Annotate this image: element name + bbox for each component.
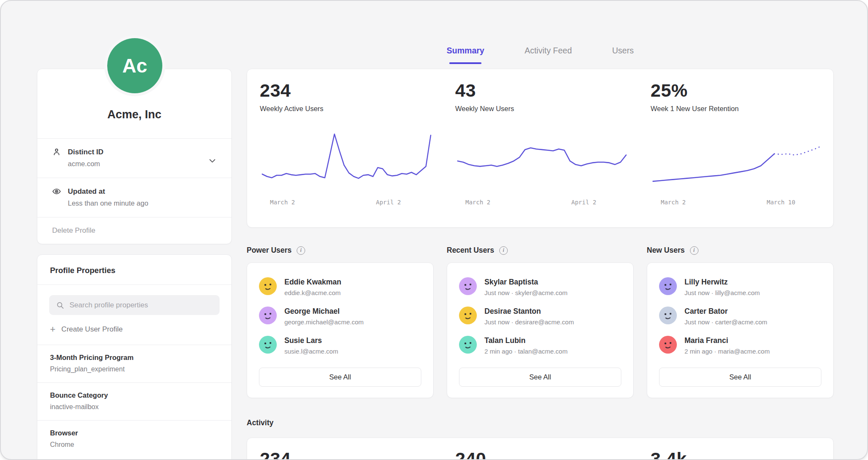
user-detail: Just now · skyler@acme.com xyxy=(484,289,568,296)
stat-label: Week 1 New User Retention xyxy=(651,105,824,113)
week1-retention-chart xyxy=(651,125,824,195)
property-row[interactable]: Browser Chrome xyxy=(37,421,231,458)
user-row[interactable]: Lilly HerwitzJust now · lilly@acme.com xyxy=(659,277,821,296)
field-value: Less than one minute ago xyxy=(68,199,217,207)
stat-label: Weekly New Users xyxy=(455,105,629,113)
user-row[interactable]: Carter BatorJust now · carter@acme.com xyxy=(659,307,821,326)
property-value: inactive-mailbox xyxy=(50,403,219,411)
user-row[interactable]: George Michaelgeorge.michael@acme.com xyxy=(259,307,421,326)
activity-stat: 234 xyxy=(247,438,442,460)
user-list: Skylar BaptistaJust now · skyler@acme.co… xyxy=(459,277,621,355)
stat-label: Weekly Active Users xyxy=(260,105,433,113)
chevron-down-icon[interactable] xyxy=(208,156,217,165)
stat-value: 234 xyxy=(260,80,433,101)
info-icon[interactable]: i xyxy=(690,246,698,255)
user-name: Skylar Baptista xyxy=(484,277,568,287)
user-row[interactable]: Susie Larssusie.l@acme.com xyxy=(259,336,421,355)
summary-card: 234 Weekly Active Users March 2 April 2 … xyxy=(247,69,834,228)
user-avatar xyxy=(659,277,677,295)
recent-users-card: Skylar BaptistaJust now · skyler@acme.co… xyxy=(447,262,634,398)
profile-properties-title: Profile Properties xyxy=(37,255,231,284)
plus-icon: + xyxy=(50,326,56,333)
user-detail: Just now · lilly@acme.com xyxy=(684,289,760,296)
x-tick: March 10 xyxy=(767,199,795,206)
user-detail: susie.l@acme.com xyxy=(284,348,338,355)
section-title: New Users xyxy=(647,246,685,255)
stat-value: 3.4k xyxy=(651,449,824,460)
x-tick: April 2 xyxy=(571,199,596,206)
tab-bar: Summary Activity Feed Users xyxy=(247,46,834,64)
user-row[interactable]: Eddie Kwakmaneddie.k@acme.com xyxy=(259,277,421,296)
tab-users[interactable]: Users xyxy=(612,46,634,64)
user-detail: eddie.k@acme.com xyxy=(284,289,341,296)
divider xyxy=(37,284,231,285)
app-window: Ac Acme, Inc Distinct ID acme.com Update… xyxy=(0,0,868,460)
activity-card: 234 240 3.4k xyxy=(247,438,834,460)
tab-activity-feed[interactable]: Activity Feed xyxy=(525,46,572,64)
see-all-button[interactable]: See All xyxy=(659,368,821,387)
search-icon xyxy=(56,301,64,309)
power-users-card: Eddie Kwakmaneddie.k@acme.comGeorge Mich… xyxy=(247,262,434,398)
user-row[interactable]: Desirae StantonJust now · desirare@acme.… xyxy=(459,307,621,326)
user-name: Eddie Kwakman xyxy=(284,277,341,287)
search-input[interactable] xyxy=(70,301,213,309)
user-name: Desirae Stanton xyxy=(484,307,574,316)
user-avatar xyxy=(459,277,477,295)
see-all-button[interactable]: See All xyxy=(259,368,421,387)
property-value: Pricing_plan_experiment xyxy=(50,365,219,373)
tab-summary[interactable]: Summary xyxy=(447,46,484,64)
property-label: Bounce Category xyxy=(50,391,219,399)
stat-value: 234 xyxy=(260,449,433,460)
updated-at-row: Updated at Less than one minute ago xyxy=(37,178,231,217)
create-user-profile-button[interactable]: + Create User Profile xyxy=(37,315,231,345)
profile-properties-card: Profile Properties + Create User Profile… xyxy=(37,254,232,460)
user-name: Talan Lubin xyxy=(484,336,568,345)
user-avatar xyxy=(459,336,477,354)
see-all-button[interactable]: See All xyxy=(459,368,621,387)
property-row[interactable]: 3-Month Pricing Program Pricing_plan_exp… xyxy=(37,345,231,382)
profile-properties-search[interactable] xyxy=(49,295,220,315)
user-row[interactable]: Maria Franci2 min ago · maria@acme.com xyxy=(659,336,821,355)
user-name: Lilly Herwitz xyxy=(684,277,760,287)
weekly-active-users-chart xyxy=(260,125,433,195)
activity-stat: 3.4k xyxy=(638,438,833,460)
create-user-profile-label: Create User Profile xyxy=(61,325,123,334)
x-tick: March 2 xyxy=(661,199,686,206)
property-row[interactable]: Bounce Category inactive-mailbox xyxy=(37,383,231,420)
info-icon[interactable]: i xyxy=(499,246,508,255)
user-name: George Michael xyxy=(284,307,364,316)
x-tick: April 2 xyxy=(376,199,401,206)
stat-value: 25% xyxy=(651,80,824,101)
profile-card: Acme, Inc Distinct ID acme.com Updated a… xyxy=(37,69,232,244)
user-name: Maria Franci xyxy=(684,336,770,345)
x-axis: March 2 April 2 xyxy=(455,199,629,208)
info-icon[interactable]: i xyxy=(297,246,305,255)
activity-title: Activity xyxy=(247,418,273,427)
distinct-id-row[interactable]: Distinct ID acme.com xyxy=(37,139,231,178)
stat-value: 240 xyxy=(455,449,629,460)
section-title: Recent Users xyxy=(447,246,494,255)
user-avatar xyxy=(259,277,277,295)
field-value: acme.com xyxy=(68,160,217,168)
x-axis: March 2 March 10 xyxy=(651,199,824,208)
property-label: Browser xyxy=(50,429,219,437)
user-list: Eddie Kwakmaneddie.k@acme.comGeorge Mich… xyxy=(259,277,421,355)
activity-stat: 240 xyxy=(442,438,638,460)
user-row[interactable]: Skylar BaptistaJust now · skyler@acme.co… xyxy=(459,277,621,296)
field-label: Updated at xyxy=(68,187,105,196)
weekly-new-users-chart xyxy=(455,125,629,195)
user-avatar xyxy=(659,307,677,324)
user-avatar xyxy=(259,336,277,354)
delete-profile-button[interactable]: Delete Profile xyxy=(37,217,231,244)
user-detail: george.michael@acme.com xyxy=(284,318,364,326)
user-list: Lilly HerwitzJust now · lilly@acme.comCa… xyxy=(659,277,821,355)
section-title: Power Users xyxy=(247,246,292,255)
user-row[interactable]: Talan Lubin2 min ago · talan@acme.com xyxy=(459,336,621,355)
user-avatar xyxy=(259,307,277,324)
stat-weekly-new-users: 43 Weekly New Users March 2 April 2 xyxy=(442,69,638,227)
company-avatar: Ac xyxy=(107,38,162,93)
user-avatar xyxy=(459,307,477,324)
user-avatar xyxy=(659,336,677,354)
property-value: Chrome xyxy=(50,441,219,449)
person-icon xyxy=(52,148,61,156)
